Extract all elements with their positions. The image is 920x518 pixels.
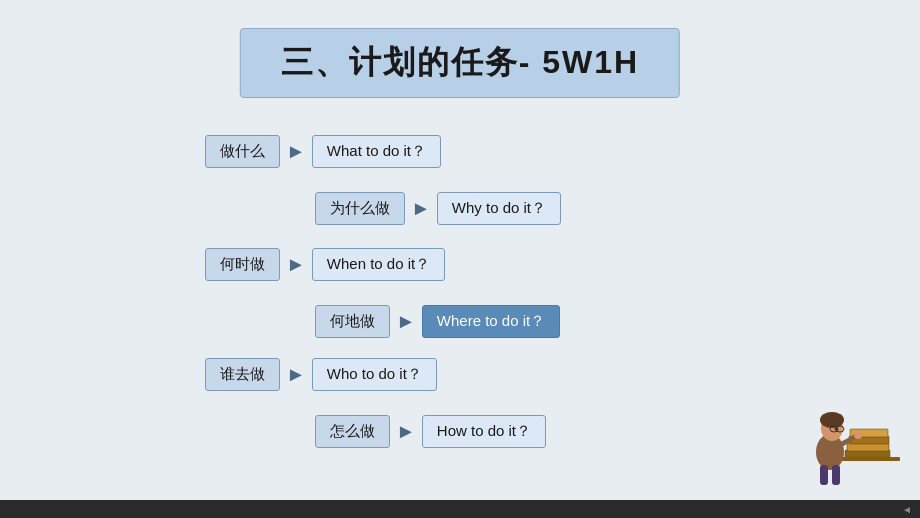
cn-label: 怎么做 (315, 415, 390, 448)
diagram-row-row1: 做什么►What to do it？ (205, 135, 441, 168)
en-label: When to do it？ (312, 248, 445, 281)
svg-rect-13 (820, 465, 828, 485)
diagram-row-row5: 谁去做►Who to do it？ (205, 358, 437, 391)
title-text: 三、计划的任务- 5W1H (281, 44, 639, 80)
arrow-icon: ► (396, 420, 416, 443)
slide: 三、计划的任务- 5W1H (0, 0, 920, 500)
en-label: Why to do it？ (437, 192, 561, 225)
cn-label: 何时做 (205, 248, 280, 281)
cn-label: 谁去做 (205, 358, 280, 391)
cn-label: 何地做 (315, 305, 390, 338)
svg-rect-14 (832, 465, 840, 485)
diagram-row-row3: 何时做►When to do it？ (205, 248, 445, 281)
nav-icon: ◄ (902, 504, 912, 515)
arrow-icon: ► (286, 253, 306, 276)
title-box: 三、计划的任务- 5W1H (240, 28, 680, 98)
diagram-row-row6: 怎么做►How to do it？ (315, 415, 546, 448)
en-label: What to do it？ (312, 135, 441, 168)
diagram-row-row4: 何地做►Where to do it？ (315, 305, 560, 338)
en-label: Where to do it？ (422, 305, 560, 338)
arrow-icon: ► (396, 310, 416, 333)
bottom-bar: ◄ (0, 500, 920, 518)
en-label: Who to do it？ (312, 358, 437, 391)
diagram-row-row2: 为什么做►Why to do it？ (315, 192, 561, 225)
arrow-icon: ► (411, 197, 431, 220)
svg-rect-4 (835, 457, 900, 461)
figure (790, 380, 900, 490)
svg-point-12 (854, 431, 862, 439)
en-label: How to do it？ (422, 415, 546, 448)
cn-label: 为什么做 (315, 192, 405, 225)
arrow-icon: ► (286, 140, 306, 163)
arrow-icon: ► (286, 363, 306, 386)
cn-label: 做什么 (205, 135, 280, 168)
